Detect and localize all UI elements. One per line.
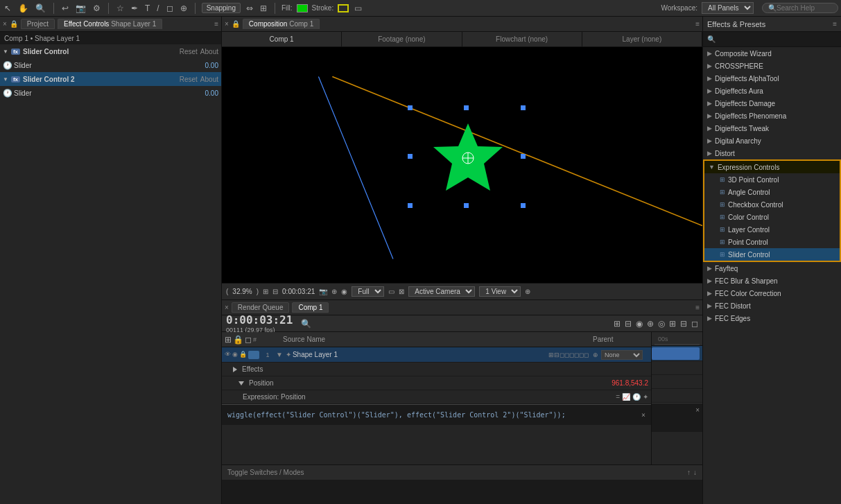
layer-label-color[interactable]: [248, 351, 259, 359]
tl-tool-6[interactable]: ⊞: [669, 319, 676, 329]
toggle-modes-label[interactable]: Toggle Switches / Modes: [227, 469, 304, 476]
category-aura[interactable]: ▶ Digieffects Aura: [703, 85, 841, 97]
flowchart-tab[interactable]: Flowchart (none): [462, 32, 582, 46]
timeline-bar-1[interactable]: [652, 347, 700, 360]
layer-parent-icon[interactable]: ⊕: [593, 351, 598, 358]
effect2-about[interactable]: About: [200, 76, 218, 83]
tl-tool-7[interactable]: ⊟: [680, 319, 687, 329]
effect-controls-tab[interactable]: Effect Controls Shape Layer 1: [58, 19, 162, 29]
category-fec-edges[interactable]: ▶ FEC Edges: [703, 312, 841, 324]
effect2-twirl[interactable]: ▼: [3, 76, 8, 82]
tl-switches-btn[interactable]: ⊞: [225, 335, 232, 345]
expr-close-track[interactable]: ×: [695, 406, 700, 414]
tl-tool-3[interactable]: ◉: [636, 319, 643, 329]
item-slider-control[interactable]: ⊞ Slider Control: [704, 248, 840, 261]
star-icon[interactable]: ☆: [115, 3, 125, 13]
comp-fit-btn[interactable]: ⊞: [263, 288, 268, 295]
layer-lock-icon[interactable]: 🔒: [239, 351, 247, 359]
arrow-tool-icon[interactable]: ↖: [3, 3, 12, 13]
snap-options-icon[interactable]: ⇔: [245, 3, 254, 13]
category-fec-distort[interactable]: ▶ FEC Distort: [703, 299, 841, 312]
comp-timeline-tab[interactable]: Comp 1: [292, 302, 329, 313]
brush-icon[interactable]: /: [155, 3, 160, 13]
category-distort[interactable]: ▶ Distort: [703, 147, 841, 159]
comp-camera-snapshot[interactable]: 📷: [319, 288, 327, 295]
effects-search-box[interactable]: 🔍: [703, 32, 841, 47]
zoom-tool-icon[interactable]: 🔍: [34, 3, 47, 13]
layer-eye-icon[interactable]: 👁: [225, 351, 231, 359]
category-digital-anarchy[interactable]: ▶ Digital Anarchy: [703, 134, 841, 147]
project-panel-close[interactable]: ×: [3, 20, 7, 28]
pen-icon[interactable]: ✒: [130, 3, 139, 13]
project-tab[interactable]: Project: [21, 19, 55, 29]
tl-tool-2[interactable]: ⊟: [625, 319, 632, 329]
effect1-header[interactable]: ▼ fx Slider Control Reset About: [0, 44, 221, 58]
tl-bottom-icon-2[interactable]: ↓: [693, 469, 697, 476]
effect2-clock[interactable]: 🕐: [3, 89, 11, 98]
effect1-clock[interactable]: 🕐: [3, 61, 11, 70]
category-expression-controls[interactable]: ▼ Expression Controls: [704, 161, 840, 173]
effects-presets-menu[interactable]: ≡: [833, 20, 837, 28]
category-tweak[interactable]: ▶ Digieffects Tweak: [703, 122, 841, 134]
expr-clock-icon[interactable]: 🕐: [632, 393, 641, 401]
expr-close-icon[interactable]: ×: [641, 411, 645, 419]
search-help-area[interactable]: 🔍: [762, 3, 838, 13]
category-damage[interactable]: ▶ Digieffects Damage: [703, 97, 841, 110]
comp-views-dropdown[interactable]: 1 View: [479, 286, 521, 297]
eraser-icon[interactable]: ◻: [165, 3, 175, 13]
effects-expand-row[interactable]: Effects: [222, 363, 651, 376]
tl-tool-8[interactable]: ◻: [691, 319, 698, 329]
effect1-slider-row[interactable]: 🕐 Slider 0.00: [0, 58, 221, 72]
comp-close[interactable]: ×: [225, 20, 229, 28]
tl-lock-btn[interactable]: 🔒: [233, 335, 243, 345]
tl-search-btn[interactable]: 🔍: [301, 319, 311, 329]
fill-color-box[interactable]: [297, 4, 308, 12]
layer-1-expand[interactable]: ▼: [276, 351, 283, 358]
tl-tool-4[interactable]: ⊕: [647, 319, 654, 329]
timeline-panel-menu[interactable]: ≡: [695, 304, 700, 311]
item-color-control[interactable]: ⊞ Color Control: [704, 211, 840, 223]
tl-label-btn[interactable]: ◻: [245, 335, 252, 345]
left-top-panel-menu[interactable]: ≡: [214, 20, 218, 28]
tl-tool-5[interactable]: ◎: [658, 319, 665, 329]
comp-grid-btn[interactable]: ⊟: [272, 288, 278, 295]
effect1-about[interactable]: About: [200, 48, 218, 55]
item-layer-control[interactable]: ⊞ Layer Control: [704, 223, 840, 236]
footage-tab[interactable]: Footage (none): [342, 32, 462, 46]
comp-tab-active[interactable]: Composition Comp 1: [243, 19, 320, 29]
comp-color-btn[interactable]: ◉: [341, 288, 347, 295]
category-fayfteq[interactable]: ▶ Fayfteq: [703, 262, 841, 275]
effect1-reset[interactable]: Reset: [180, 48, 198, 55]
category-fec-blur[interactable]: ▶ FEC Blur & Sharpen: [703, 275, 841, 287]
comp-transparency-btn[interactable]: ⊕: [331, 288, 337, 295]
comp-lock[interactable]: 🔒: [232, 20, 240, 28]
effects-expand-icon[interactable]: [233, 367, 237, 372]
stroke-icon[interactable]: ▭: [353, 3, 363, 13]
position-prop-row[interactable]: Position 961.8,543.2: [222, 376, 651, 390]
category-crossphere[interactable]: ▶ CROSSPHERE: [703, 60, 841, 72]
workspace-select[interactable]: All Panels: [702, 2, 754, 14]
settings-icon[interactable]: ⚙: [92, 3, 102, 13]
layer-1-star[interactable]: ✦: [286, 351, 291, 358]
comp-region-btn[interactable]: ▭: [388, 288, 395, 295]
effects-search-input[interactable]: [718, 35, 837, 43]
comp-quality-dropdown[interactable]: Full: [352, 286, 384, 297]
comp-camera-dropdown[interactable]: Active Camera: [408, 286, 475, 297]
comp-view-options-btn[interactable]: ⊕: [525, 288, 530, 295]
tl-tool-1[interactable]: ⊞: [614, 319, 621, 329]
search-help-input[interactable]: [777, 4, 832, 12]
layer-solo-icon[interactable]: ◉: [232, 351, 238, 359]
effect1-twirl[interactable]: ▼: [3, 49, 8, 55]
stroke-color-box[interactable]: [338, 4, 349, 12]
undo-icon[interactable]: ↩: [60, 3, 70, 13]
text-icon[interactable]: T: [144, 3, 151, 13]
layer-1-row[interactable]: 👁 ◉ 🔒 1 ▼ ✦ Shape Layer 1 ⊞⊟◻◻◻◻◻◻: [222, 347, 651, 363]
effect2-header[interactable]: ▼ fx Slider Control 2 Reset About: [0, 72, 221, 86]
camera-icon[interactable]: 📷: [74, 3, 87, 13]
comp-active-tab[interactable]: Comp 1: [222, 32, 342, 46]
layer-parent-dropdown[interactable]: None: [601, 350, 643, 360]
effect2-reset[interactable]: Reset: [180, 76, 198, 83]
effect2-slider-row[interactable]: 🕐 Slider 0.00: [0, 86, 221, 100]
item-checkbox-control[interactable]: ⊞ Checkbox Control: [704, 198, 840, 211]
puppet-icon[interactable]: ⊕: [179, 3, 189, 13]
